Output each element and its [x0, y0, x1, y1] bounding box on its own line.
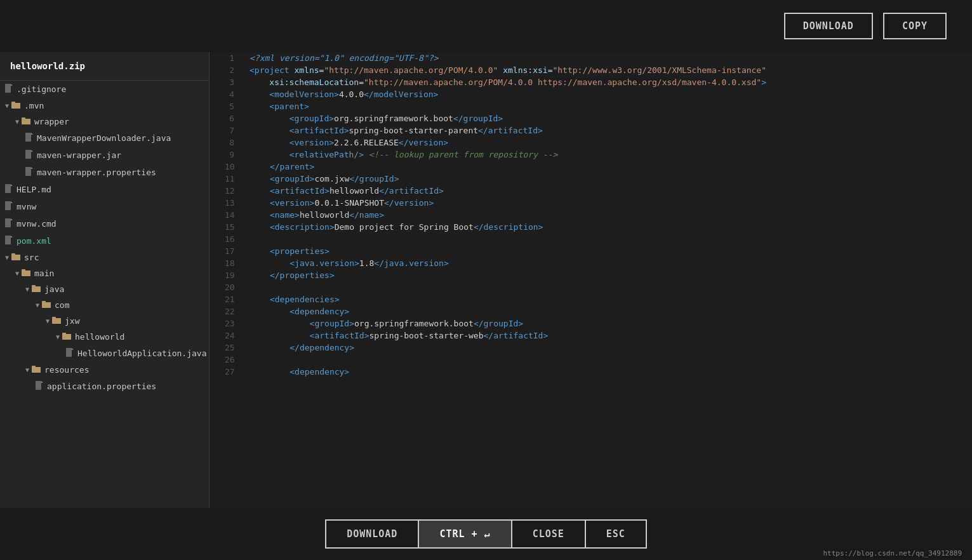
line-number: 22	[210, 305, 245, 317]
file-icon	[25, 133, 33, 143]
svg-rect-4	[22, 117, 25, 120]
code-line-9: 9 <relativePath/> <!-- lookup parent fro…	[210, 149, 972, 161]
tree-item-label: main	[34, 269, 54, 278]
tree-item-hwapp[interactable]: HelloworldApplication.java	[0, 345, 209, 362]
line-number: 18	[210, 257, 245, 269]
code-line-22: 22 <dependency>	[210, 305, 972, 317]
arrow-icon: ▼	[5, 254, 9, 261]
svg-rect-24	[66, 348, 72, 357]
line-content: <java.version>1.8</java.version>	[245, 257, 972, 269]
line-number: 6	[210, 112, 244, 124]
code-line-24: 24 <artifactId>spring-boot-starter-web</…	[210, 330, 972, 342]
status-bar: https://blog.csdn.net/qq_34912889	[813, 547, 972, 560]
line-content: <dependency>	[245, 305, 972, 317]
code-line-3: 3 xsi:schemaLocation="http://maven.apach…	[210, 76, 972, 88]
tree-item-mavendownloader[interactable]: MavenWrapperDownloader.java	[0, 130, 209, 147]
tree-item-appprops[interactable]: application.properties	[0, 378, 209, 395]
folder-icon	[22, 269, 30, 278]
top-bar: DOWNLOAD COPY	[0, 0, 972, 52]
tree-item-label: src	[24, 253, 39, 262]
line-content: <dependency>	[245, 366, 972, 378]
tree-item-label: mvnw.cmd	[17, 219, 57, 229]
line-content: <properties>	[245, 245, 972, 257]
code-line-23: 23 <groupId>org.springframework.boot</gr…	[210, 317, 972, 330]
svg-rect-0	[5, 84, 11, 93]
close-button[interactable]: CLOSE	[511, 519, 586, 549]
esc-button[interactable]: ESC	[585, 519, 647, 549]
line-content: <name>helloworld</name>	[245, 209, 972, 221]
copy-button[interactable]: COPY	[883, 13, 947, 39]
tree-item-jxw[interactable]: ▼jxw	[0, 313, 209, 329]
line-content: <groupId>org.springframework.boot</group…	[245, 317, 972, 330]
line-content: <relativePath/> <!-- lookup parent from …	[244, 149, 972, 161]
tree-item-mvnw[interactable]: mvnw	[0, 198, 209, 215]
tree-item-label: resources	[44, 365, 89, 375]
line-number: 23	[210, 317, 245, 330]
code-line-2: 2<project xmlns="http://maven.apache.org…	[210, 64, 972, 76]
tree-item-label: application.properties	[47, 382, 156, 391]
line-content	[245, 360, 972, 363]
download-button-bottom[interactable]: DOWNLOAD	[325, 519, 419, 549]
file-icon	[5, 84, 13, 95]
code-line-14: 14 <name>helloworld</name>	[210, 209, 972, 221]
svg-rect-15	[22, 269, 25, 272]
line-number: 19	[210, 269, 245, 281]
code-line-1: 1<?xml version="1.0" encoding="UTF-8"?>	[210, 52, 972, 64]
line-content: <project xmlns="http://maven.apache.org/…	[244, 64, 972, 76]
tree-item-helloworld[interactable]: ▼helloworld	[0, 329, 209, 345]
sidebar-title: helloworld.zip	[0, 52, 209, 81]
status-url: https://blog.csdn.net/qq_34912889	[823, 549, 962, 557]
arrow-icon: ▼	[15, 270, 19, 277]
line-number: 27	[210, 366, 245, 378]
code-editor[interactable]: 1<?xml version="1.0" encoding="UTF-8"?>2…	[210, 52, 972, 508]
svg-rect-23	[62, 333, 66, 335]
tree-item-label: wrapper	[34, 117, 69, 126]
arrow-icon: ▼	[5, 102, 9, 109]
arrow-icon: ▼	[36, 302, 39, 309]
download-button-top[interactable]: DOWNLOAD	[784, 13, 873, 39]
tree-item-wrapper[interactable]: ▼wrapper	[0, 114, 209, 130]
tree-item-helpmd[interactable]: HELP.md	[0, 181, 209, 198]
tree-item-mavenwrapper[interactable]: maven-wrapper.jar	[0, 147, 209, 164]
tree-item-java[interactable]: ▼java	[0, 281, 209, 297]
code-line-27: 27 <dependency>	[210, 366, 972, 378]
line-number: 14	[210, 209, 245, 221]
tree-item-src[interactable]: ▼src	[0, 250, 209, 265]
line-number: 25	[210, 342, 245, 354]
tree-item-label: mvnw	[17, 202, 36, 211]
file-icon	[5, 201, 13, 212]
arrow-icon: ▼	[15, 118, 19, 125]
tree-item-resources[interactable]: ▼resources	[0, 362, 209, 378]
tree-item-gitignore[interactable]: .gitignore	[0, 81, 209, 98]
line-content	[245, 288, 972, 290]
tree-item-mvn[interactable]: ▼.mvn	[0, 98, 209, 114]
file-icon	[5, 236, 13, 246]
line-number: 5	[210, 100, 244, 112]
folder-icon	[62, 332, 71, 342]
tree-item-label: pom.xml	[17, 236, 51, 246]
svg-rect-9	[5, 201, 11, 210]
tree-item-label: HELP.md	[17, 185, 51, 194]
line-content: <artifactId>helloworld</artifactId>	[245, 185, 972, 197]
line-number: 24	[210, 330, 245, 342]
tree-item-label: helloworld	[75, 332, 124, 342]
tree-item-label: maven-wrapper.properties	[37, 168, 156, 177]
tree-item-mvnwcmd[interactable]: mvnw.cmd	[0, 215, 209, 232]
tree-item-mavenprops[interactable]: maven-wrapper.properties	[0, 164, 209, 181]
tree-item-com[interactable]: ▼com	[0, 297, 209, 313]
line-content: </properties>	[245, 269, 972, 281]
file-icon	[5, 184, 13, 195]
tree-item-pomxml[interactable]: pom.xml	[0, 232, 209, 250]
line-number: 1	[210, 52, 244, 64]
line-content: <version>0.0.1-SNAPSHOT</version>	[245, 197, 972, 209]
svg-rect-27	[36, 381, 41, 390]
file-icon	[25, 150, 33, 161]
ctrl-enter-button[interactable]: CTRL + ↵	[418, 519, 512, 549]
line-number: 20	[210, 281, 245, 293]
line-content: xsi:schemaLocation="http://maven.apache.…	[244, 76, 972, 88]
line-content: <artifactId>spring-boot-starter-web</art…	[245, 330, 972, 342]
file-icon	[25, 167, 33, 178]
code-line-19: 19 </properties>	[210, 269, 972, 281]
code-line-18: 18 <java.version>1.8</java.version>	[210, 257, 972, 269]
tree-item-main[interactable]: ▼main	[0, 265, 209, 281]
